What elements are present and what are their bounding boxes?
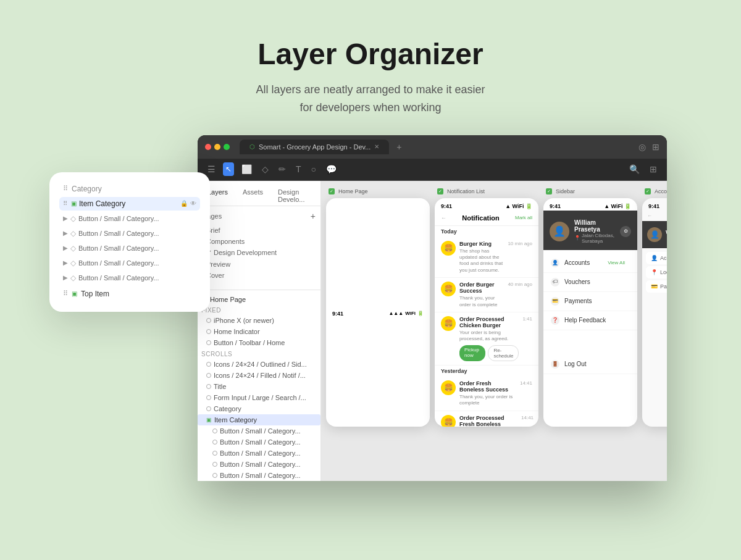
page-components[interactable]: Components bbox=[203, 236, 316, 247]
notif-item-1[interactable]: 🍔 Burger King The shop has updated about… bbox=[435, 237, 538, 278]
add-page-icon[interactable]: + bbox=[311, 211, 316, 221]
layer-row-icons: 🔒 👁 bbox=[180, 200, 196, 207]
menu-accounts[interactable]: 👤 Accounts View All bbox=[543, 254, 637, 273]
layer-circle-icon bbox=[206, 373, 211, 378]
notif-logo-5: 🍔 bbox=[441, 415, 456, 427]
page-cover[interactable]: Cover bbox=[203, 270, 316, 281]
home-page-screen-wrapper: ✓ Home Page 9:41 ▲▲▲ WiFi 🔋 bbox=[326, 198, 430, 427]
menu-help[interactable]: ❓ Help Feedback bbox=[543, 311, 637, 330]
layer-child-4[interactable]: ▶ ◇ Button / Small / Category... bbox=[59, 256, 200, 270]
account-screen: 9:41 ▲ 🔋 ← 👤 Willa... 📍 Jalan... bbox=[642, 198, 667, 427]
menu-vouchers[interactable]: 🏷 Vouchers bbox=[543, 273, 637, 292]
notif-item-4[interactable]: 🍔 Order Fresh Boneless Success Thank you… bbox=[435, 377, 538, 411]
layer-item-category-selected[interactable]: ▣ Item Category bbox=[198, 414, 320, 425]
page-preview[interactable]: Preview bbox=[203, 259, 316, 270]
status-icons: ▲▲▲ WiFi 🔋 bbox=[388, 311, 424, 316]
tab-assets[interactable]: Assets bbox=[238, 186, 268, 206]
tab-close-icon[interactable]: ✕ bbox=[374, 143, 379, 150]
layer-circle-icon bbox=[206, 384, 211, 389]
chevron-icon: ▶ bbox=[63, 230, 68, 236]
menu-logout[interactable]: 🚪 Log Out bbox=[543, 355, 637, 374]
page-design-dev[interactable]: Design Development bbox=[203, 247, 316, 259]
battery-icon: 🔋 bbox=[417, 311, 424, 316]
frame-tool-icon[interactable]: ⬜ bbox=[239, 162, 254, 177]
accounts-view-all[interactable]: View All bbox=[603, 259, 630, 267]
location-pin-icon: 📍 bbox=[574, 235, 580, 241]
signal-icon: ▲▲▲ bbox=[388, 311, 403, 316]
diamond-icon: ◇ bbox=[70, 274, 76, 282]
layer-top-item[interactable]: ⠿ ▣ Top Item bbox=[59, 287, 200, 301]
notification-screen: 9:41 ▲ WiFi 🔋 ← Notification Mark all To… bbox=[435, 198, 538, 427]
layer-icons-filled[interactable]: Icons / 24×24 / Filled / Notif /... bbox=[198, 370, 320, 381]
sidebar-screen-wrapper: ✓ Sidebar 9:41 ▲ WiFi 🔋 👤 William Praset… bbox=[543, 198, 637, 427]
status-bar: 9:41 ▲▲▲ WiFi 🔋 bbox=[326, 198, 430, 427]
layer-title[interactable]: Title bbox=[198, 381, 320, 392]
layer-btn-cat-1[interactable]: Button / Small / Category... bbox=[198, 425, 320, 437]
account-menu-item-2[interactable]: 📍Location... bbox=[646, 266, 667, 278]
sidebar-screen-label: ✓ Sidebar bbox=[546, 188, 575, 194]
layer-circle-icon bbox=[206, 340, 211, 345]
pen-tool-icon[interactable]: ✏ bbox=[276, 162, 288, 177]
account-menu-item-3[interactable]: 💳Payment... bbox=[646, 280, 667, 293]
notif-item-2[interactable]: 🍔 Order Burger Success Thank you, your o… bbox=[435, 278, 538, 312]
close-button[interactable] bbox=[205, 144, 211, 150]
layers-tabs: Layers Assets Design Develo... bbox=[198, 181, 320, 206]
reschedule-btn[interactable]: Re-schedule bbox=[488, 345, 519, 361]
account-menu: 👤Account... › 📍Location... 💳Payment... bbox=[642, 248, 667, 296]
browser-tab[interactable]: ⬡ Somart - Grocery App Design - Dev... ✕ bbox=[240, 140, 389, 154]
layer-btn-cat-3[interactable]: Button / Small / Category... bbox=[198, 448, 320, 459]
page-title: Layer Organizer bbox=[0, 37, 741, 71]
account-menu-item-1[interactable]: 👤Account... › bbox=[646, 252, 667, 264]
pickup-btn[interactable]: Pickup now bbox=[459, 345, 485, 361]
account-nav: ← bbox=[642, 211, 667, 221]
notification-screen-wrapper: ✓ Notification List 9:41 ▲ WiFi 🔋 ← Noti… bbox=[435, 198, 538, 427]
window-controls bbox=[205, 144, 230, 150]
add-tab-icon[interactable]: + bbox=[396, 142, 401, 152]
layer-home-indicator[interactable]: Home Indicator bbox=[198, 326, 320, 337]
search-icon[interactable]: 🔍 bbox=[627, 162, 642, 177]
maximize-button[interactable] bbox=[224, 144, 230, 150]
layer-circle-icon bbox=[206, 362, 211, 367]
mark-all-btn[interactable]: Mark all bbox=[515, 215, 532, 220]
icon: 👤 bbox=[651, 255, 658, 261]
shape-tool-icon[interactable]: ◇ bbox=[259, 162, 271, 177]
minimize-button[interactable] bbox=[214, 144, 220, 150]
diamond-icon: ◇ bbox=[70, 259, 76, 267]
notif-content-1: Burger King The shop has updated about t… bbox=[459, 241, 504, 274]
layer-form-input[interactable]: Form Input / Large / Search /... bbox=[198, 392, 320, 403]
layer-btn-cat-5[interactable]: Button / Small / Category... bbox=[198, 470, 320, 481]
layer-category[interactable]: Category bbox=[198, 403, 320, 414]
comment-icon[interactable]: 💬 bbox=[324, 162, 339, 177]
notif-logo-1: 🍔 bbox=[441, 241, 456, 256]
layer-iphone[interactable]: iPhone X (or newer) bbox=[198, 315, 320, 326]
sidebar-menu: 👤 Accounts View All 🏷 Vouchers 💳 Payment… bbox=[543, 250, 637, 378]
settings-icon[interactable]: ⚙ bbox=[620, 226, 631, 237]
menu-payments[interactable]: 💳 Payments bbox=[543, 292, 637, 311]
layer-item-selected[interactable]: ⠿ ▣ Item Category 🔒 👁 bbox=[59, 197, 200, 211]
layer-button-toolbar[interactable]: Button / Toolbar / Home bbox=[198, 337, 320, 348]
checkbox-icon: ✓ bbox=[437, 188, 443, 194]
back-icon[interactable]: ← bbox=[441, 215, 446, 221]
layer-btn-cat-4[interactable]: Button / Small / Category... bbox=[198, 459, 320, 470]
account-user-info: Willa... 📍 Jalan... bbox=[666, 229, 667, 240]
layer-child-2[interactable]: ▶ ◇ Button / Small / Category... bbox=[59, 227, 200, 240]
notif-item-3[interactable]: 🍔 Order Processed Chicken Burger Your or… bbox=[435, 312, 538, 366]
layer-child-3[interactable]: ▶ ◇ Button / Small / Category... bbox=[59, 241, 200, 255]
page-subtitle: All layers are neatly arranged to make i… bbox=[0, 81, 741, 117]
menu-icon[interactable]: ☰ bbox=[205, 162, 218, 177]
share-icon[interactable]: ⊞ bbox=[647, 162, 659, 177]
layer-btn-cat-2[interactable]: Button / Small / Category... bbox=[198, 437, 320, 448]
account-back-icon[interactable]: ← bbox=[647, 213, 652, 219]
notif-item-5[interactable]: 🍔 Order Processed Fresh Boneless Your or… bbox=[435, 411, 538, 427]
frame-homepage[interactable]: ▣ Home Page bbox=[198, 294, 320, 306]
text-tool-icon[interactable]: T bbox=[293, 162, 304, 177]
cursor-icon[interactable]: ↖ bbox=[223, 162, 234, 176]
layer-child-5[interactable]: ▶ ◇ Button / Small / Category... bbox=[59, 271, 200, 285]
layer-child-1[interactable]: ▶ ◇ Button / Small / Category... bbox=[59, 212, 200, 225]
page-brief[interactable]: Brief bbox=[203, 225, 316, 236]
tab-design-develo[interactable]: Design Develo... bbox=[273, 186, 316, 206]
layer-icons-outlined[interactable]: Icons / 24×24 / Outlined / Sid... bbox=[198, 359, 320, 370]
divider bbox=[198, 290, 320, 290]
notif-logo-2: 🍔 bbox=[441, 282, 456, 296]
shape2-icon[interactable]: ○ bbox=[309, 162, 319, 177]
